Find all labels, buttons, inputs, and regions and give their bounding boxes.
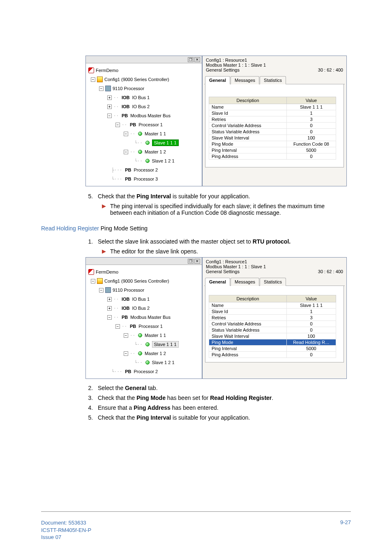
- controller-icon: [97, 278, 103, 284]
- table-row[interactable]: NameSlave 1 1 1: [209, 302, 336, 309]
- tree-label[interactable]: Slave 1 2 1: [152, 158, 175, 163]
- close-icon[interactable]: ✕: [194, 259, 200, 264]
- window-titlebar: ❐ ✕: [86, 56, 202, 63]
- window-titlebar: ❐ ✕: [86, 258, 202, 265]
- tree-selected[interactable]: Slave 1 1 1: [152, 139, 179, 146]
- table-row[interactable]: Control Variable Address0: [209, 123, 336, 129]
- table-row[interactable]: Ping Interval5000: [209, 346, 336, 352]
- tab-general[interactable]: General: [205, 278, 230, 286]
- tree-label[interactable]: Processor 2: [134, 369, 158, 374]
- properties-pane: Config1 : Resource1 Modbus Master 1 : 1 …: [202, 56, 347, 186]
- tab-statistics[interactable]: Statistics: [260, 278, 286, 286]
- table-row[interactable]: Ping Interval5000: [209, 147, 336, 153]
- tree-root[interactable]: FermDemo: [88, 66, 200, 75]
- expand-icon[interactable]: +: [107, 297, 112, 302]
- tree-prefix: IOB: [122, 306, 130, 311]
- list-item: Ensure that a Ping Address has been ente…: [95, 404, 351, 411]
- tree-prefix: PB: [122, 113, 128, 118]
- restore-icon[interactable]: ❐: [188, 57, 194, 62]
- collapse-icon[interactable]: −: [91, 279, 95, 283]
- table-row[interactable]: Slave Wait Interval100: [209, 333, 336, 339]
- table-row[interactable]: Retries3: [209, 116, 336, 123]
- tree-label[interactable]: Config1 (9000 Series Controller): [104, 77, 169, 82]
- tree-label[interactable]: Processor 1: [138, 324, 163, 329]
- close-icon[interactable]: ✕: [194, 57, 200, 62]
- timestamp: 30 : 62 : 400: [318, 269, 343, 274]
- tree-label[interactable]: IO Bus 1: [132, 95, 150, 100]
- list-item: Select the General tab.: [95, 385, 351, 391]
- tree-selected[interactable]: Slave 1 1 1: [152, 341, 179, 348]
- tree-root[interactable]: FermDemo: [88, 267, 200, 276]
- tree-label[interactable]: Modbus Master Bus: [130, 315, 171, 320]
- tab-messages[interactable]: Messages: [231, 76, 259, 84]
- collapse-icon[interactable]: −: [107, 114, 112, 118]
- tree-label[interactable]: Config1 (9000 Series Controller): [104, 279, 169, 283]
- tab-messages[interactable]: Messages: [231, 278, 259, 286]
- collapse-icon[interactable]: −: [91, 77, 95, 82]
- tree-prefix: PB: [125, 369, 131, 374]
- expand-icon[interactable]: +: [107, 95, 112, 100]
- context-line-3: General Settings: [206, 269, 240, 274]
- tree-label[interactable]: Modbus Master Bus: [130, 113, 171, 118]
- col-description: Description: [209, 97, 287, 104]
- tab-general[interactable]: General: [205, 76, 230, 84]
- tree-pane: ❐ ✕ FermDemo − Config1 (9000 Series Cont…: [85, 257, 202, 379]
- collapse-icon[interactable]: −: [124, 333, 128, 338]
- table-row[interactable]: Ping ModeFunction Code 08: [209, 141, 336, 147]
- screenshot-2: ❐ ✕ FermDemo − Config1 (9000 Series Cont…: [85, 257, 351, 379]
- tree-prefix: IOB: [122, 104, 130, 109]
- list-item: Check that the Ping Interval is suitable…: [95, 414, 351, 421]
- tab-statistics[interactable]: Statistics: [260, 76, 286, 84]
- tree-label[interactable]: Master 1 1: [145, 131, 166, 136]
- tree-label[interactable]: Master 1 1: [145, 333, 166, 338]
- table-row[interactable]: Status Variable Address0: [209, 129, 336, 135]
- tree-label[interactable]: 9110 Processor: [113, 86, 144, 91]
- tree-label[interactable]: 9110 Processor: [113, 288, 144, 293]
- tabs: General Messages Statistics: [204, 277, 345, 286]
- collapse-icon[interactable]: −: [115, 123, 120, 127]
- expand-icon[interactable]: +: [107, 306, 112, 311]
- tree-prefix: PB: [130, 324, 136, 329]
- tree-label[interactable]: Master 1 2: [145, 149, 166, 154]
- table-row[interactable]: Ping ModeRead Holding R…: [209, 339, 336, 346]
- table-row[interactable]: Slave Wait Interval100: [209, 135, 336, 141]
- context-line-2: Modbus Master 1 : 1 : Slave 1: [206, 63, 343, 67]
- bullet-text: The editor for the slave link opens.: [110, 248, 198, 255]
- collapse-icon[interactable]: −: [124, 351, 128, 356]
- tree-label[interactable]: Processor 1: [138, 122, 163, 127]
- col-value: Value: [287, 295, 336, 302]
- bullet-row: ▶ The editor for the slave link opens.: [102, 248, 351, 255]
- collapse-icon[interactable]: −: [115, 324, 120, 329]
- tree-label[interactable]: Processor 3: [134, 176, 158, 181]
- restore-icon[interactable]: ❐: [188, 259, 194, 264]
- table-row[interactable]: Ping Address0: [209, 352, 336, 358]
- collapse-icon[interactable]: −: [124, 150, 128, 154]
- collapse-icon[interactable]: −: [124, 132, 128, 136]
- tree-label[interactable]: IO Bus 2: [132, 104, 150, 109]
- table-row[interactable]: Slave Id1: [209, 309, 336, 315]
- node-icon: [145, 360, 150, 365]
- table-row[interactable]: Status Variable Address0: [209, 327, 336, 333]
- table-row[interactable]: Ping Address0: [209, 153, 336, 160]
- tree-label[interactable]: Slave 1 2 1: [152, 360, 175, 365]
- table-row[interactable]: Control Variable Address0: [209, 321, 336, 327]
- controller-icon: [97, 77, 103, 82]
- table-row[interactable]: NameSlave 1 1 1: [209, 104, 336, 110]
- node-icon: [138, 333, 142, 337]
- table-row[interactable]: Slave Id1: [209, 110, 336, 116]
- table-row[interactable]: Retries3: [209, 315, 336, 321]
- page-footer: Document: 553633 ICSTT-RM405f-EN-P Issue…: [41, 511, 351, 541]
- tree-label[interactable]: IO Bus 2: [132, 306, 150, 311]
- tree-label[interactable]: Master 1 2: [145, 351, 166, 356]
- tree-label[interactable]: IO Bus 1: [132, 297, 150, 302]
- bullet-row: ▶ The ping interval is specified individ…: [102, 203, 351, 216]
- collapse-icon[interactable]: −: [107, 315, 112, 320]
- expand-icon[interactable]: +: [107, 104, 112, 109]
- footer-issue: Issue 07: [41, 534, 91, 541]
- collapse-icon[interactable]: −: [99, 86, 104, 91]
- step-list-top: Check that the Ping Interval is suitable…: [41, 193, 351, 200]
- screenshot-1: ❐ ✕ FermDemo − Config1 (9000 Series Cont…: [85, 56, 351, 186]
- tree-prefix: PB: [125, 176, 131, 181]
- collapse-icon[interactable]: −: [99, 288, 104, 293]
- tree-label[interactable]: Processor 2: [134, 167, 158, 172]
